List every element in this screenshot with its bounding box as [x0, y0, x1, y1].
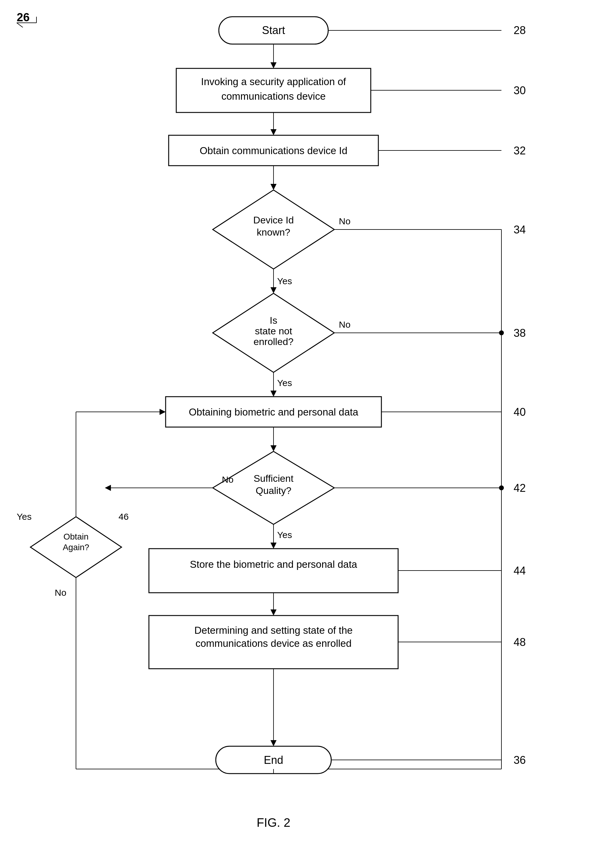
- ref-46: 46: [119, 512, 129, 522]
- ref-44: 44: [514, 564, 526, 577]
- decision4-line2: Again?: [62, 543, 89, 552]
- step4-line1: Store the biometric and personal data: [190, 559, 357, 570]
- step2-label: Obtain communications device Id: [200, 145, 347, 156]
- decision2-line2: state not: [255, 326, 292, 336]
- decision2-line3: enrolled?: [253, 336, 293, 347]
- decision2-no-label: No: [339, 319, 350, 330]
- decision1-line2: known?: [257, 227, 290, 238]
- step5-line2: communications device as enrolled: [195, 638, 352, 649]
- start-node-label: Start: [262, 24, 285, 36]
- decision3-no-label: No: [222, 475, 233, 484]
- svg-rect-0: [0, 0, 616, 859]
- ref-38: 38: [514, 327, 526, 339]
- decision1-yes-label: Yes: [277, 276, 292, 286]
- decision2-line1: Is: [270, 315, 278, 326]
- svg-rect-41: [149, 549, 398, 593]
- ref-36: 36: [514, 754, 526, 766]
- decision2-yes-label: Yes: [277, 378, 292, 388]
- step5-line1: Determining and setting state of the: [195, 625, 353, 636]
- ref-34: 34: [514, 223, 526, 236]
- ref-48: 48: [514, 636, 526, 648]
- step1-line1: Invoking a security application of: [201, 76, 346, 87]
- flowchart-diagram: 26 Start 28 Invoking a security applicat…: [0, 0, 616, 859]
- step1-line2: communications device: [221, 91, 326, 102]
- decision4-yes-label: Yes: [17, 512, 31, 522]
- decision4-line1: Obtain: [64, 532, 89, 541]
- decision3-line2: Quality?: [256, 485, 291, 496]
- decision3-yes-label: Yes: [277, 530, 292, 540]
- decision1-line1: Device Id: [253, 215, 293, 225]
- step3-label: Obtaining biometric and personal data: [189, 406, 358, 418]
- ref-32: 32: [514, 144, 526, 157]
- decision4-no-label: No: [55, 587, 66, 598]
- decision3-line1: Sufficient: [253, 473, 293, 484]
- figure-ref-26: 26: [17, 11, 30, 24]
- ref-42: 42: [514, 482, 526, 494]
- ref-40: 40: [514, 406, 526, 418]
- decision1-no-label: No: [339, 216, 350, 226]
- fig-label: FIG. 2: [256, 816, 290, 829]
- end-node-label: End: [264, 754, 283, 766]
- ref-28: 28: [514, 24, 526, 36]
- ref-30: 30: [514, 84, 526, 97]
